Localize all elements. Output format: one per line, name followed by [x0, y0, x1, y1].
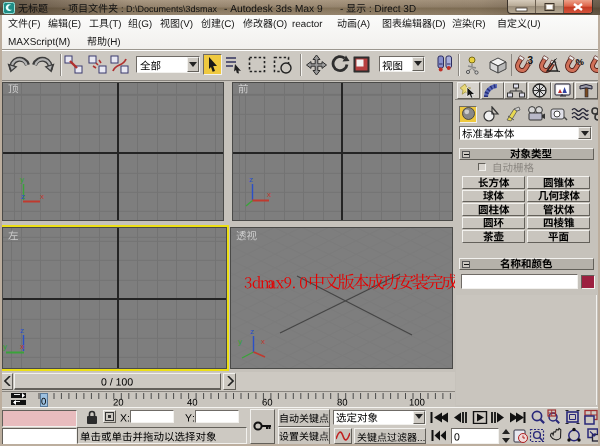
- svg-text:x: x: [267, 190, 271, 199]
- svg-text:z: z: [249, 176, 253, 184]
- svg-text:y: y: [3, 342, 7, 351]
- svg-text:y: y: [20, 176, 24, 184]
- svg-text:x: x: [261, 337, 265, 346]
- svg-text:x: x: [40, 192, 44, 201]
- svg-text:z: z: [21, 192, 25, 201]
- svg-text:z: z: [250, 327, 254, 336]
- svg-text:3: 3: [528, 55, 534, 66]
- svg-text:y: y: [238, 337, 242, 346]
- svg-text:z: z: [20, 327, 24, 335]
- svg-text:x: x: [20, 342, 24, 351]
- svg-text:%: %: [576, 56, 585, 67]
